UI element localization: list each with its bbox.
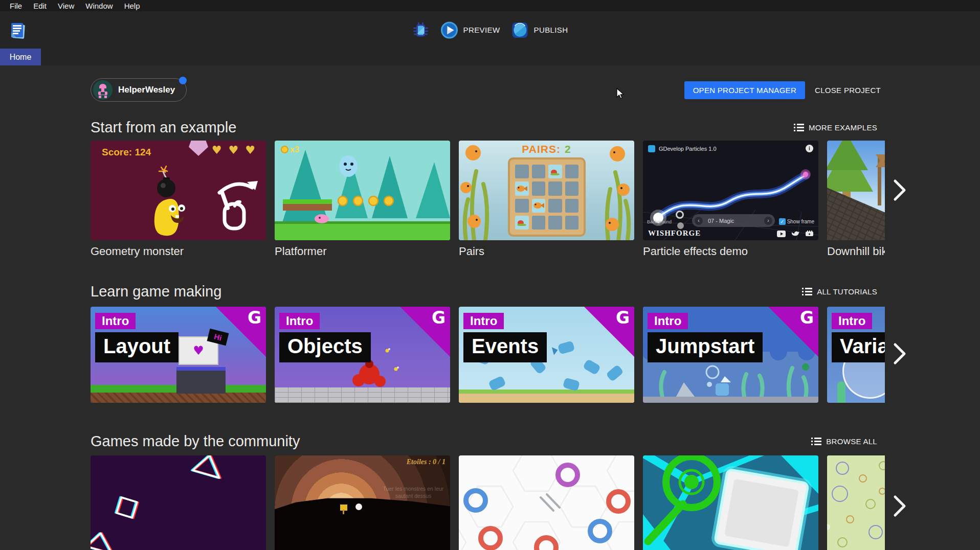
preset-selector: ‹ 07 - Magic › <box>692 214 775 227</box>
coin-icon <box>281 146 288 153</box>
tutorial-card-jumpstart[interactable]: G Intro Jumpstart <box>643 307 818 403</box>
section-tutorials: Learn game making ALL TUTORIALS <box>0 283 980 403</box>
seaweed <box>837 381 845 403</box>
community-card-neon-shapes[interactable] <box>91 455 266 550</box>
example-caption: Particle effects demo <box>643 245 818 258</box>
more-examples-button[interactable]: MORE EXAMPLES <box>794 123 877 132</box>
player-ball <box>355 503 362 510</box>
menu-help[interactable]: Help <box>119 2 146 10</box>
community-card-molecules[interactable] <box>827 455 885 550</box>
tutorial-word: Objects <box>279 332 371 362</box>
sign-letter: G <box>884 156 885 167</box>
toolbar: PREVIEW PUBLISH <box>0 11 980 49</box>
menu-window[interactable]: Window <box>80 2 118 10</box>
debug-icon[interactable] <box>412 21 430 39</box>
show-frame-label: Show frame <box>787 219 814 224</box>
community-card-square-rings[interactable] <box>643 455 818 550</box>
example-card-pairs[interactable]: PAIRS:2 <box>459 141 634 258</box>
particles-thumbnail: GDevelop Particles 1.0 i Background ‹ 07… <box>643 141 818 240</box>
coin-counter: x3 <box>290 145 299 154</box>
example-card-geometry-monster[interactable]: Score: 124 ♥ ♥ ♥ <box>91 141 266 258</box>
publish-globe-icon <box>511 21 528 39</box>
all-tutorials-label: ALL TUTORIALS <box>817 287 877 296</box>
close-project-button[interactable]: CLOSE PROJECT <box>815 86 881 95</box>
browse-all-button[interactable]: BROWSE ALL <box>811 437 877 446</box>
tutorial-card-layout[interactable]: G Intro Layout ♥ Hi <box>91 307 266 403</box>
tutorials-scroller: G Intro Layout ♥ Hi <box>0 307 885 403</box>
tutorials-next-chevron-icon[interactable] <box>892 341 907 366</box>
open-project-manager-button[interactable]: OPEN PROJECT MANAGER <box>684 81 805 99</box>
menu-view[interactable]: View <box>52 2 80 10</box>
community-title: Games made by the community <box>91 433 300 450</box>
downhill-thumbnail: G <box>827 141 885 240</box>
layout-tutorial-thumbnail: G Intro Layout ♥ Hi <box>91 307 266 403</box>
community-next-chevron-icon[interactable] <box>892 494 907 518</box>
examples-next-chevron-icon[interactable] <box>892 178 907 202</box>
browse-all-label: BROWSE ALL <box>826 437 877 446</box>
notification-dot-icon <box>179 77 187 84</box>
twitter-icon <box>792 231 799 237</box>
menu-file[interactable]: File <box>4 2 28 10</box>
example-caption: Pairs <box>459 245 634 258</box>
demo-title: GDevelop Particles 1.0 <box>659 146 717 152</box>
stars-counter: Etoiles : 0 / 1 <box>407 458 446 466</box>
tutorial-word: Events <box>463 332 547 362</box>
events-tutorial-thumbnail: G Intro Events <box>459 307 634 403</box>
tab-home[interactable]: Home <box>0 49 41 65</box>
toolbar-center: PREVIEW PUBLISH <box>412 11 568 49</box>
square-rings-thumbnail <box>643 455 818 550</box>
platformer-art <box>275 141 450 240</box>
background-swatch-2 <box>677 222 684 229</box>
tutorial-card-events[interactable]: G Intro Events <box>459 307 634 403</box>
preset-name: 07 - Magic <box>703 218 764 224</box>
home-page: HelperWesley OPEN PROJECT MANAGER CLOSE … <box>0 65 980 550</box>
tutorial-word: Layout <box>95 332 179 362</box>
menu-edit[interactable]: Edit <box>28 2 52 10</box>
gdevelop-g-logo: G <box>432 308 446 328</box>
molecules-art <box>827 455 885 550</box>
community-card-sunset-platformer[interactable]: Etoiles : 0 / 1 Tuer les monstres en leu… <box>275 455 450 550</box>
example-card-particle-effects[interactable]: GDevelop Particles 1.0 i Background ‹ 07… <box>643 141 818 258</box>
examples-scroller: Score: 124 ♥ ♥ ♥ <box>0 141 885 258</box>
intro-badge: Intro <box>463 313 504 329</box>
more-examples-label: MORE EXAMPLES <box>809 123 877 132</box>
wishforge-logo: WISHFORGE <box>648 229 701 238</box>
molecules-thumbnail <box>827 455 885 550</box>
username: HelperWesley <box>118 85 175 95</box>
geometry-monster-thumbnail: Score: 124 ♥ ♥ ♥ <box>91 141 266 240</box>
preview-label: PREVIEW <box>463 26 500 34</box>
tutorial-word: Jumpstart <box>648 332 763 362</box>
tutorial-card-variables[interactable]: G Intro Variables +1 <box>827 307 885 403</box>
section-examples: Start from an example MORE EXAMPLES Sc <box>0 119 980 258</box>
background-label: Background <box>647 219 672 224</box>
tutorial-card-objects[interactable]: G Intro Objects <box>275 307 450 403</box>
geometry-monster-art <box>91 141 266 240</box>
itch-icon <box>806 231 813 237</box>
downhill-art: G <box>827 141 885 240</box>
gdevelop-window: File Edit View Window Help <box>0 0 980 550</box>
example-card-platformer[interactable]: x3 Platformer <box>275 141 450 258</box>
show-frame-checkbox: ✓ <box>779 218 786 225</box>
example-caption: Platformer <box>275 245 450 258</box>
examples-title: Start from an example <box>91 119 236 136</box>
social-icons <box>777 231 813 237</box>
community-card-hexagon-rings[interactable] <box>459 455 634 550</box>
publish-button[interactable]: PUBLISH <box>511 21 568 39</box>
user-chip[interactable]: HelperWesley <box>91 78 187 102</box>
gdevelop-mini-icon <box>648 145 655 152</box>
jumpstart-tutorial-thumbnail: G Intro Jumpstart <box>643 307 818 403</box>
tab-bar: Home <box>0 49 980 65</box>
section-community: Games made by the community BROWSE ALL <box>0 432 980 550</box>
intro-badge: Intro <box>279 313 320 329</box>
gdevelop-logo-icon <box>8 20 28 40</box>
avatar <box>93 80 113 100</box>
background-swatch-1 <box>676 211 684 219</box>
example-card-downhill-bike[interactable]: G Downhill b <box>827 141 885 258</box>
example-caption: Downhill bike <box>827 245 885 258</box>
hexagon-thumbnail <box>459 455 634 550</box>
dirt-strip <box>91 393 266 403</box>
preview-button[interactable]: PREVIEW <box>441 21 500 39</box>
all-tutorials-button[interactable]: ALL TUTORIALS <box>802 287 877 296</box>
info-icon: i <box>806 145 813 152</box>
list-icon <box>794 124 804 131</box>
